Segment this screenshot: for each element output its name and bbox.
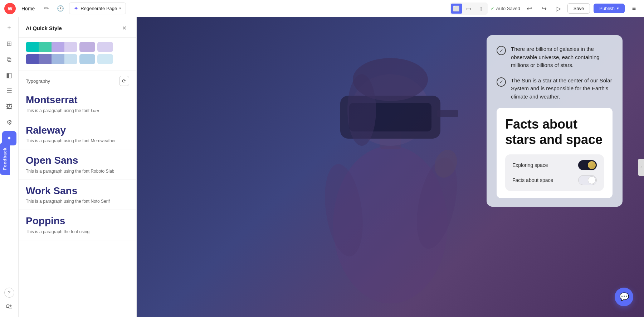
- swatch-single-1[interactable]: [79, 42, 95, 52]
- font-heading-montserrat: Montserrat: [26, 94, 129, 106]
- main-area: + ⊞ ⧉ ◧ ☰ 🖼 ⚙ ✦ ? 🛍 AI Quick Style ✕: [0, 17, 644, 317]
- chat-btn[interactable]: 💬: [615, 288, 633, 306]
- swatch-blue2: [39, 54, 52, 64]
- font-desc-raleway: This is a paragraph using the font Merri…: [26, 138, 129, 144]
- sidebar-help-icon[interactable]: ?: [4, 288, 14, 298]
- toggle-label-1: Exploring space: [512, 162, 548, 168]
- font-heading-opensans: Open Sans: [26, 154, 129, 167]
- sidebar-add-icon[interactable]: +: [2, 21, 16, 35]
- font-item-worksans[interactable]: Work Sans This is a paragraph using the …: [19, 180, 136, 210]
- swatch-light-lavender: [64, 42, 77, 52]
- font-desc-opensans: This is a paragraph using the font Robot…: [26, 168, 129, 174]
- color-row-1: [26, 42, 129, 52]
- save-btn[interactable]: Save: [567, 3, 590, 14]
- publish-arrow-icon: ▾: [617, 6, 619, 11]
- feedback-tab[interactable]: Feedback: [0, 142, 10, 175]
- panel-header: AI Quick Style ✕: [19, 17, 136, 38]
- font-desc-poppins: This is a paragraph the font using: [26, 229, 129, 235]
- preview-btn[interactable]: ▷: [553, 3, 564, 14]
- ai-quick-style-panel: AI Quick Style ✕: [19, 17, 137, 317]
- color-group-1[interactable]: [26, 42, 77, 52]
- svg-rect-5: [437, 110, 458, 117]
- toggle-switch-1[interactable]: [578, 160, 597, 170]
- home-link[interactable]: Home: [19, 4, 38, 13]
- toggle-label-2: Facts about space: [512, 177, 553, 183]
- mobile-view-btn[interactable]: ▯: [475, 4, 487, 14]
- topbar-actions: ✓ Auto Saved ↩ ↪ ▷ Save Publish ▾ ≡: [491, 3, 640, 14]
- canvas-resize-handle[interactable]: ‹: [638, 159, 644, 176]
- swatch-single-4[interactable]: [97, 54, 113, 64]
- swatch-teal: [26, 42, 39, 52]
- swatch-lavender: [52, 42, 64, 52]
- facts-inner-card: Facts aboutstars and space Exploring spa…: [497, 108, 613, 198]
- check-item-1: ✓ There are billions of galaxies in the …: [497, 45, 613, 69]
- color-group-2[interactable]: [26, 54, 77, 64]
- swatch-mint: [39, 42, 52, 52]
- desktop-view-btn[interactable]: ⬜: [451, 4, 462, 14]
- swatch-blue4: [64, 54, 77, 64]
- swatch-blue3: [52, 54, 64, 64]
- panel-title: AI Quick Style: [26, 25, 62, 31]
- history-icon[interactable]: 🕐: [55, 3, 66, 14]
- check-icon-1: ✓: [497, 46, 506, 55]
- view-switcher: ⬜ ▭ ▯: [450, 3, 488, 15]
- font-heading-worksans: Work Sans: [26, 185, 129, 197]
- font-heading-raleway: Raleway: [26, 124, 129, 136]
- font-item-montserrat[interactable]: Montserrat This is a paragraph using the…: [19, 89, 136, 119]
- sidebar-nav-icon[interactable]: ☰: [2, 84, 16, 98]
- toggle-switch-2[interactable]: [578, 175, 597, 185]
- typography-section: Typography ⟳ Montserrat This is a paragr…: [19, 71, 136, 317]
- edit-icon[interactable]: ✏: [40, 3, 52, 14]
- typography-label: Typography: [26, 78, 50, 84]
- regen-star-icon: ✦: [74, 5, 78, 12]
- topbar: W Home ✏ 🕐 ✦ Regenerate Page ▾ ⬜ ▭ ▯ ✓ A…: [0, 0, 644, 17]
- sidebar-layers-icon[interactable]: ◧: [2, 68, 16, 82]
- toggle-area: Exploring space Facts about space: [505, 154, 604, 191]
- swatch-single-3[interactable]: [79, 54, 95, 64]
- tablet-view-btn[interactable]: ▭: [463, 4, 474, 14]
- check-text-2: The Sun is a star at the center of our S…: [511, 77, 613, 101]
- app-logo[interactable]: W: [4, 3, 16, 14]
- font-desc-worksans: This is a paragraph using the font Noto …: [26, 198, 129, 205]
- font-heading-poppins: Poppins: [26, 215, 129, 227]
- toggle-knob-1: [588, 161, 596, 169]
- sidebar-image-icon[interactable]: 🖼: [2, 100, 16, 114]
- autosaved-status: ✓ Auto Saved: [491, 6, 520, 11]
- swatch-blue1: [26, 54, 39, 64]
- content-cards: ✓ There are billions of galaxies in the …: [487, 35, 623, 207]
- typography-refresh-btn[interactable]: ⟳: [119, 76, 129, 86]
- typography-header: Typography ⟳: [19, 71, 136, 89]
- menu-icon[interactable]: ≡: [628, 3, 640, 14]
- facts-card-outer: ✓ There are billions of galaxies in the …: [487, 35, 623, 207]
- check-text-1: There are billions of galaxies in the ob…: [511, 45, 613, 69]
- color-palettes: [19, 38, 136, 71]
- toggle-knob-2: [588, 176, 596, 184]
- chevron-down-icon: ▾: [119, 6, 121, 11]
- sidebar-pages-icon[interactable]: ⧉: [2, 52, 16, 67]
- font-item-poppins[interactable]: Poppins This is a paragraph the font usi…: [19, 210, 136, 240]
- swatch-single-2[interactable]: [97, 42, 113, 52]
- toggle-row-2: Facts about space: [512, 175, 597, 185]
- toggle-row-1: Exploring space: [512, 160, 597, 170]
- publish-btn[interactable]: Publish ▾: [594, 4, 625, 13]
- sidebar-settings-icon[interactable]: ⚙: [2, 115, 16, 130]
- svg-point-10: [347, 74, 376, 146]
- redo-btn[interactable]: ↪: [538, 3, 550, 14]
- facts-title: Facts aboutstars and space: [505, 116, 604, 147]
- check-icon-2: ✓: [497, 77, 506, 87]
- panel-close-btn[interactable]: ✕: [119, 23, 129, 33]
- sidebar-store-icon[interactable]: 🛍: [2, 299, 16, 313]
- sidebar-layout-icon[interactable]: ⊞: [2, 37, 16, 51]
- regenerate-btn[interactable]: ✦ Regenerate Page ▾: [69, 3, 126, 14]
- font-desc-montserrat: This is a paragraph using the font Lora: [26, 107, 129, 114]
- color-row-2: [26, 54, 129, 64]
- undo-btn[interactable]: ↩: [524, 3, 535, 14]
- check-item-2: ✓ The Sun is a star at the center of our…: [497, 77, 613, 101]
- check-icon: ✓: [491, 6, 494, 11]
- font-item-raleway[interactable]: Raleway This is a paragraph using the fo…: [19, 119, 136, 150]
- canvas: ✓ There are billions of galaxies in the …: [137, 17, 644, 317]
- font-item-opensans[interactable]: Open Sans This is a paragraph using the …: [19, 149, 136, 180]
- vr-person-illustration: [283, 24, 498, 311]
- chat-icon: 💬: [619, 292, 629, 302]
